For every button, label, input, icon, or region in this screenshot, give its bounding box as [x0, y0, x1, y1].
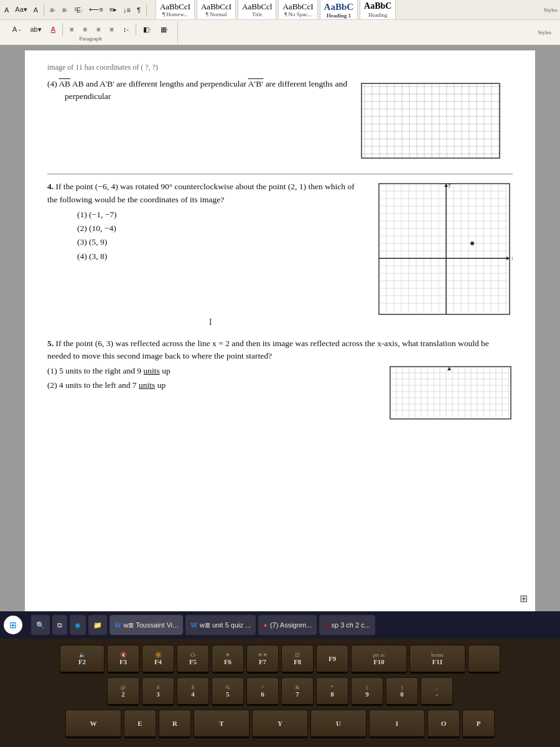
key-9-main: 9	[365, 690, 369, 698]
font-name-btn[interactable]: A	[2, 6, 11, 14]
align-right[interactable]: ≡	[93, 24, 104, 35]
key-f6-main: F6	[224, 658, 231, 665]
q4-and: AB and A'B' are different lengths and pe…	[72, 79, 246, 88]
key-f8[interactable]: ⊡ F8	[281, 645, 314, 674]
style-nospace[interactable]: AaBbCcI ¶ No Spac...	[278, 0, 317, 20]
align-center[interactable]: ≡	[79, 24, 90, 35]
key-0[interactable]: ) 0	[386, 677, 418, 706]
key-U[interactable]: U	[310, 710, 366, 738]
unit5-btn[interactable]: W w≣ unit 5 quiz ...	[185, 615, 256, 635]
key-W[interactable]: W	[65, 710, 121, 738]
border-btn[interactable]: ▦·	[157, 24, 172, 35]
style-title[interactable]: AaBbCcl Title	[238, 0, 276, 20]
q4-text: 4. If the point (−6, 4) was rotated 90° …	[47, 181, 366, 206]
style-title-label: Title	[252, 11, 263, 17]
search-btn[interactable]: 🔍	[31, 615, 50, 635]
key-6[interactable]: ^ 6	[246, 677, 279, 706]
key-f5[interactable]: ·O· F5	[177, 645, 209, 674]
sort-btn[interactable]: ↓≡	[121, 6, 133, 14]
question-4-full: 4. If the point (−6, 4) was rotated 90° …	[47, 181, 513, 328]
style-heading1-label: Heading 1	[327, 12, 351, 19]
key-f7[interactable]: ☀☀ F7	[246, 645, 279, 674]
key-P[interactable]: P	[462, 710, 495, 738]
y-label: y	[448, 181, 451, 188]
key-8[interactable]: * 8	[316, 677, 348, 706]
pilcrow-btn[interactable]: ¶	[135, 6, 142, 14]
indent-btn3[interactable]: ≡▸	[108, 5, 119, 14]
style-heading2[interactable]: AaBbC Heading	[360, 0, 396, 20]
key-4-top: $	[192, 684, 195, 690]
key-f10-main: F10	[373, 658, 385, 665]
indent-btn1[interactable]: ¹E·	[72, 6, 85, 14]
key-minus[interactable]: _ -	[421, 677, 453, 706]
key-R[interactable]: R	[159, 710, 191, 738]
align-left[interactable]: ≡	[66, 24, 77, 35]
ribbon: A Aa▾ A ≡· ≡· ¹E· ⟵≡ ≡▸ ↓≡ ¶ AaBbCcI ¶ H…	[0, 0, 560, 45]
align-justify[interactable]: ≡	[106, 24, 117, 35]
list-btn2[interactable]: ≡·	[60, 6, 70, 14]
divider4	[136, 23, 136, 35]
key-f3-main: F3	[119, 658, 127, 665]
key-f4-main: F4	[154, 658, 162, 665]
key-f12[interactable]	[468, 645, 500, 674]
folder-icon: 📁	[93, 621, 102, 629]
key-U-main: U	[336, 720, 341, 727]
edge-btn[interactable]: ◉	[70, 615, 86, 635]
word-icon-2: W	[190, 621, 197, 629]
font-aa-btn[interactable]: Aa▾	[13, 5, 29, 14]
key-7[interactable]: & 7	[281, 677, 314, 706]
font-a2-btn[interactable]: A	[47, 24, 59, 35]
divider2	[146, 4, 147, 16]
line-spacing-btn[interactable]: ↕-	[119, 24, 133, 35]
graph-top-right	[358, 80, 502, 165]
key-T[interactable]: T	[194, 710, 250, 738]
taskbar: ⊞ 🔍 ⧉ ◉ 📁 W w≣ Toussaint Vi... W w≣ unit…	[0, 611, 560, 639]
grid-svg-q4: x y	[376, 181, 513, 317]
indent-btn2[interactable]: ⟵≡	[87, 5, 105, 14]
font-family-btn[interactable]: A -	[9, 24, 24, 35]
key-f4[interactable]: 🔆 F4	[142, 645, 174, 674]
styles-label: Styles	[544, 7, 558, 13]
key-I[interactable]: I	[369, 710, 425, 738]
key-f9[interactable]: F9	[316, 645, 348, 674]
key-f11[interactable]: home F11	[409, 645, 465, 674]
key-4[interactable]: $ 4	[177, 677, 209, 706]
search-icon: 🔍	[36, 621, 45, 629]
q5-num: 5.	[47, 339, 54, 348]
shading-btn[interactable]: ◧·	[139, 24, 155, 35]
key-Y[interactable]: Y	[252, 710, 308, 738]
key-2[interactable]: @ 2	[107, 677, 139, 706]
style-heading1[interactable]: AaBbC Heading 1	[320, 0, 358, 20]
font-controls: A - ab▾ A ≡ ≡ ≡ ≡ ↕- ◧· ▦·	[9, 23, 172, 35]
key-f10[interactable]: prt sc F10	[351, 645, 407, 674]
key-f3[interactable]: 🔇 F3	[107, 645, 139, 674]
styles-section-label: Styles	[538, 29, 551, 35]
grid-svg-q5	[388, 365, 513, 421]
folder-btn[interactable]: 📁	[88, 615, 107, 635]
toussaint-btn[interactable]: W w≣ Toussaint Vi...	[110, 615, 183, 635]
key-f6[interactable]: ☀ F6	[212, 645, 244, 674]
x-label: x	[511, 255, 513, 261]
key-O[interactable]: O	[427, 710, 460, 738]
taskview-btn[interactable]: ⧉	[52, 615, 67, 635]
key-E[interactable]: E	[124, 710, 156, 738]
key-5[interactable]: % 5	[212, 677, 244, 706]
key-f7-top: ☀☀	[258, 652, 268, 658]
graph-q4: x y	[376, 181, 513, 321]
assignm-btn[interactable]: ● (7) Assignm...	[258, 615, 317, 635]
key-9[interactable]: ( 9	[351, 677, 383, 706]
style-homew[interactable]: AaBbCcI ¶ Homew...	[156, 0, 195, 20]
question-5: 5. If the point (6, 3) was reflected acr…	[47, 337, 513, 425]
svg-rect-66	[390, 367, 511, 419]
style-normal[interactable]: AaBbCcI ¶ Normal	[197, 0, 236, 20]
question-4-sub: (4) AB AB and A'B' are different lengths…	[47, 78, 513, 165]
key-3[interactable]: # 3	[142, 677, 174, 706]
start-icon: ⊞	[9, 620, 17, 630]
font-a-btn[interactable]: A	[32, 6, 40, 14]
list-btn1[interactable]: ≡·	[48, 6, 57, 14]
font-aaby-btn[interactable]: ab▾	[26, 24, 45, 35]
key-f2[interactable]: 🔈 F2	[60, 645, 105, 674]
document-page: image of 11 has coordinates of ( ?, ?) (…	[25, 50, 535, 611]
sp3-btn[interactable]: A sp 3 ch 2 c...	[319, 615, 375, 635]
start-button[interactable]: ⊞	[4, 616, 22, 634]
